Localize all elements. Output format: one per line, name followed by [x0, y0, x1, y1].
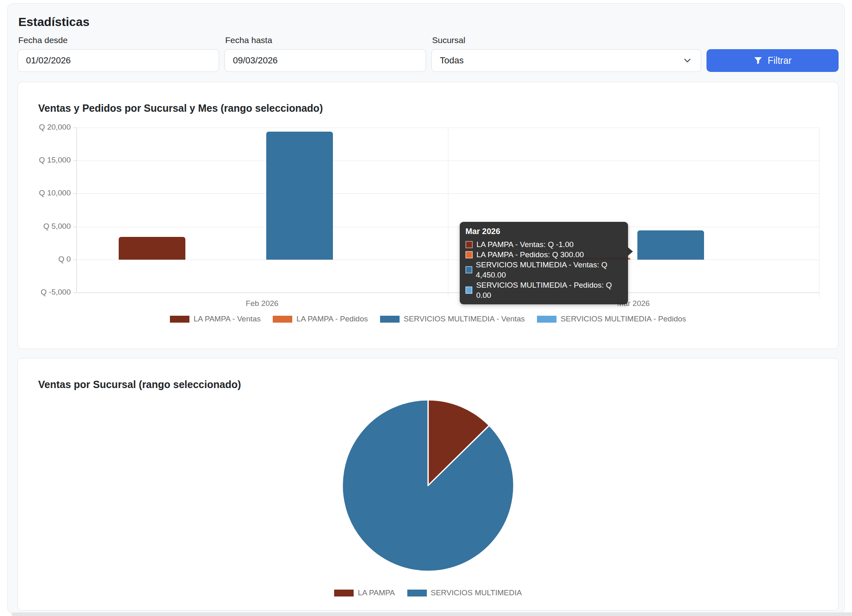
- fecha-desde-label: Fecha desde: [18, 35, 219, 45]
- tooltip-row: LA PAMPA - Pedidos: Q 300.00: [465, 249, 622, 260]
- bar-chart-plot-area: [76, 128, 819, 293]
- fecha-desde-field: Fecha desde: [17, 35, 219, 72]
- y-axis-tick-mark: [73, 227, 76, 227]
- fecha-hasta-label: Fecha hasta: [225, 35, 426, 45]
- gridline: [77, 260, 819, 260]
- gridline: [77, 193, 819, 194]
- y-axis-tick-label: Q 10,000: [18, 189, 71, 197]
- tooltip-swatch: [465, 286, 472, 294]
- y-axis-tick-mark: [73, 193, 76, 194]
- bar-chart-card: Ventas y Pedidos por Sucursal y Mes (ran…: [17, 82, 839, 349]
- legend-item[interactable]: LA PAMPA - Ventas: [170, 315, 261, 323]
- page-title: Estadísticas: [18, 15, 839, 29]
- stats-panel: Estadísticas Fecha desde Fecha hasta Suc…: [7, 3, 845, 614]
- tooltip-title: Mar 2026: [465, 226, 622, 236]
- gridline: [77, 227, 819, 227]
- legend-swatch: [273, 316, 292, 323]
- legend-swatch: [407, 590, 427, 596]
- x-axis-category-label: Feb 2026: [217, 299, 307, 308]
- pie-chart-legend: LA PAMPASERVICIOS MULTIMEDIA: [18, 588, 838, 597]
- y-axis-tick-label: Q 15,000: [18, 156, 71, 165]
- tooltip-rows: LA PAMPA - Ventas: Q -1.00LA PAMPA - Ped…: [465, 239, 622, 300]
- tooltip-swatch: [465, 241, 473, 248]
- pie-chart[interactable]: [341, 399, 515, 572]
- sucursal-selected-value: Todas: [440, 55, 464, 66]
- bar-servicios-multimedia-ventas[interactable]: [637, 230, 704, 260]
- bar-la-pampa-ventas[interactable]: [119, 237, 185, 260]
- filter-bar: Fecha desde Fecha hasta Sucursal Todas F…: [17, 35, 839, 72]
- pie-chart-card: Ventas por Sucursal (rango seleccionado)…: [17, 358, 839, 611]
- legend-swatch: [334, 590, 354, 596]
- y-axis-tick-mark: [73, 128, 76, 128]
- horizontal-scrollbar[interactable]: [11, 612, 852, 616]
- legend-label: LA PAMPA - Pedidos: [296, 315, 368, 323]
- tooltip-row-label: LA PAMPA - Pedidos: Q 300.00: [476, 249, 584, 260]
- legend-item[interactable]: LA PAMPA - Pedidos: [273, 315, 368, 323]
- bar-chart-title: Ventas y Pedidos por Sucursal y Mes (ran…: [38, 102, 323, 114]
- y-axis-tick-mark: [73, 293, 76, 293]
- pie-chart-title: Ventas por Sucursal (rango seleccionado): [38, 379, 241, 390]
- legend-label: SERVICIOS MULTIMEDIA - Ventas: [404, 315, 525, 323]
- sucursal-field: Sucursal Todas: [431, 35, 701, 72]
- tooltip-row: LA PAMPA - Ventas: Q -1.00: [465, 239, 622, 249]
- sucursal-label: Sucursal: [432, 35, 701, 45]
- tooltip-row-label: SERVICIOS MULTIMEDIA - Pedidos: Q 0.00: [476, 280, 622, 300]
- tooltip-caret-icon: [628, 247, 633, 256]
- fecha-hasta-input[interactable]: [224, 49, 426, 72]
- bar-chart-legend: LA PAMPA - VentasLA PAMPA - PedidosSERVI…: [18, 315, 838, 323]
- y-axis-tick-mark: [73, 260, 76, 260]
- filtrar-field: Filtrar: [706, 49, 839, 72]
- legend-label: SERVICIOS MULTIMEDIA - Pedidos: [561, 315, 686, 323]
- tooltip-row-label: LA PAMPA - Ventas: Q -1.00: [476, 239, 574, 249]
- y-axis-tick-mark: [73, 161, 76, 161]
- legend-swatch: [537, 316, 556, 323]
- tooltip-swatch: [465, 251, 473, 258]
- gridline: [77, 128, 819, 128]
- legend-swatch: [380, 316, 400, 323]
- fecha-desde-input[interactable]: [17, 49, 219, 72]
- fecha-hasta-field: Fecha hasta: [224, 35, 426, 72]
- filter-funnel-icon: [754, 56, 763, 65]
- legend-label: LA PAMPA: [358, 588, 395, 597]
- legend-item[interactable]: SERVICIOS MULTIMEDIA - Pedidos: [537, 315, 686, 323]
- tooltip-swatch: [465, 266, 472, 273]
- y-axis-tick-label: Q 20,000: [18, 123, 71, 132]
- legend-swatch: [170, 316, 189, 323]
- legend-item[interactable]: LA PAMPA: [334, 588, 395, 597]
- tooltip-row: SERVICIOS MULTIMEDIA - Ventas: Q 4,450.0…: [465, 260, 622, 280]
- legend-label: SERVICIOS MULTIMEDIA: [431, 588, 522, 597]
- gridline: [77, 161, 819, 161]
- gridline: [77, 293, 819, 293]
- sucursal-select[interactable]: Todas: [431, 49, 701, 72]
- bar-servicios-multimedia-ventas[interactable]: [266, 132, 333, 260]
- y-axis-tick-label: Q 5,000: [18, 222, 71, 231]
- category-separator-line: [819, 128, 819, 297]
- chart-tooltip: Mar 2026 LA PAMPA - Ventas: Q -1.00LA PA…: [460, 222, 628, 304]
- filtrar-button-label: Filtrar: [768, 55, 792, 66]
- legend-item[interactable]: SERVICIOS MULTIMEDIA: [407, 588, 522, 597]
- filtrar-button[interactable]: Filtrar: [706, 49, 839, 72]
- chevron-down-icon: [682, 55, 693, 66]
- y-axis-tick-label: Q 0: [18, 255, 71, 264]
- category-separator-line: [448, 128, 448, 297]
- legend-label: LA PAMPA - Ventas: [193, 315, 261, 323]
- y-axis-tick-label: Q -5,000: [18, 288, 71, 297]
- legend-item[interactable]: SERVICIOS MULTIMEDIA - Ventas: [380, 315, 525, 323]
- tooltip-row: SERVICIOS MULTIMEDIA - Pedidos: Q 0.00: [465, 280, 622, 300]
- tooltip-row-label: SERVICIOS MULTIMEDIA - Ventas: Q 4,450.0…: [476, 260, 622, 280]
